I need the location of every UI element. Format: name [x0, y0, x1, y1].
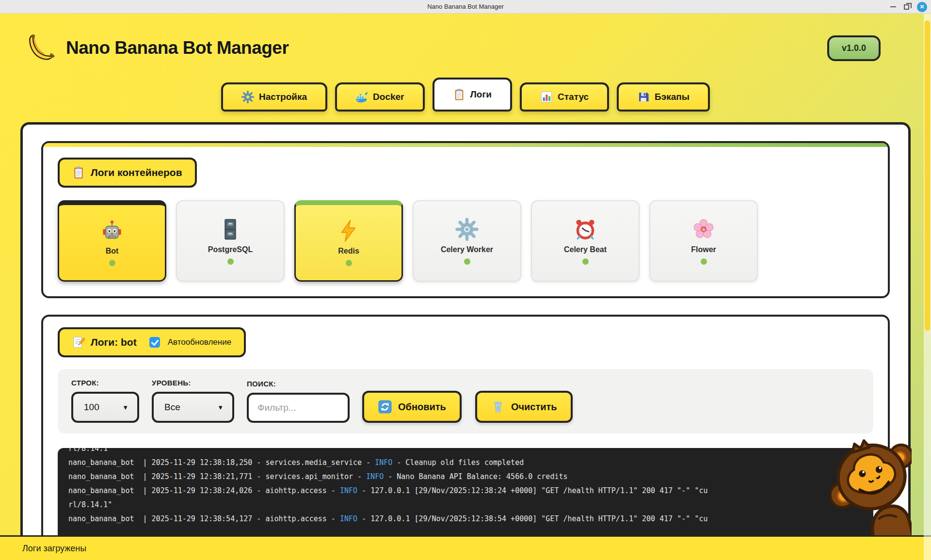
clear-button-label: Очистить: [511, 401, 557, 413]
monkey-mascot: [830, 426, 912, 539]
card-bot[interactable]: Bot: [58, 200, 166, 282]
alarm-clock-icon: [574, 218, 597, 241]
file-cabinet-icon: [219, 218, 242, 241]
log-content: rl/8.14.1"nano_banana_bot | 2025-11-29 1…: [68, 448, 863, 526]
app-window: Nano Banana Bot Manager v1.0.0 Настройка: [0, 14, 931, 560]
autorefresh-checkbox[interactable]: [149, 337, 160, 348]
accent-strip: [43, 143, 888, 147]
window-controls: ✕: [890, 0, 927, 14]
tab-settings[interactable]: Настройка: [221, 82, 327, 112]
containers-panel: Логи контейнеров: [41, 141, 890, 298]
lines-label: СТРОК:: [71, 379, 139, 387]
card-label: Bot: [106, 247, 119, 256]
tab-status[interactable]: Статус: [520, 82, 609, 112]
level-select[interactable]: Все ▼: [152, 392, 234, 423]
bar-chart-icon: [540, 91, 553, 103]
vertical-scrollbar[interactable]: [924, 14, 931, 560]
card-celery-worker[interactable]: Celery Worker: [413, 200, 521, 282]
card-celery-beat[interactable]: Celery Beat: [531, 200, 640, 282]
search-input[interactable]: [247, 393, 350, 423]
card-label: Celery Worker: [441, 245, 493, 254]
log-line: nano_banana_bot | 2025-11-29 12:38:18,25…: [68, 456, 863, 470]
app-header: Nano Banana Bot Manager v1.0.0: [0, 14, 931, 74]
lines-select-value: 100: [84, 402, 99, 413]
log-level-badge: INFO: [366, 472, 384, 481]
main-content-panel: Логи контейнеров: [20, 122, 911, 560]
card-label: Redis: [338, 247, 359, 256]
trash-icon: [491, 400, 505, 414]
status-dot: [227, 258, 234, 265]
floppy-disk-icon: [637, 91, 650, 103]
clipboard-icon: [453, 88, 466, 101]
lightning-icon: [337, 219, 360, 242]
version-badge: v1.0.0: [827, 35, 881, 61]
log-line: nano_banana_bot | 2025-11-29 12:38:24,02…: [68, 484, 863, 498]
status-dot: [464, 258, 470, 265]
search-label: ПОИСК:: [247, 380, 350, 388]
card-label: Flower: [691, 245, 716, 254]
scrollbar-thumb[interactable]: [925, 20, 930, 331]
containers-panel-title: Логи контейнеров: [58, 158, 197, 188]
lines-select[interactable]: 100 ▼: [71, 392, 139, 423]
tab-backups[interactable]: Бэкапы: [617, 82, 710, 112]
window-titlebar: Nano Banana Bot Manager ✕: [0, 0, 931, 14]
tab-label: Настройка: [259, 92, 307, 102]
status-dot: [582, 258, 589, 265]
tab-docker[interactable]: Docker: [335, 82, 424, 112]
banana-logo-icon: [23, 32, 55, 64]
autorefresh-label: Автообновление: [168, 337, 231, 347]
card-label: Celery Beat: [564, 245, 607, 254]
log-level-badge: INFO: [340, 514, 357, 523]
log-line: nano_banana_bot | 2025-11-29 12:38:54,12…: [68, 512, 863, 526]
status-dot: [109, 260, 115, 266]
card-label: PostgreSQL: [208, 245, 253, 254]
containers-panel-title-text: Логи контейнеров: [91, 167, 182, 178]
tab-label: Бэкапы: [655, 92, 690, 102]
log-line: rl/8.14.1": [68, 498, 863, 512]
refresh-button-label: Обновить: [398, 401, 446, 413]
gear-icon: [455, 218, 479, 241]
gear-icon: [241, 91, 254, 103]
log-filter-bar: СТРОК: 100 ▼ УРОВЕНЬ: Все ▼: [58, 369, 873, 433]
log-line: nano_banana_bot | 2025-11-29 12:38:21,77…: [68, 470, 863, 484]
status-dot: [701, 258, 707, 265]
log-level-badge: INFO: [375, 458, 392, 467]
logs-panel-title: Логи: bot Автообновление: [58, 327, 246, 357]
status-bar-text: Логи загружены: [22, 544, 86, 554]
chevron-down-icon: ▼: [122, 404, 128, 411]
tab-bar: Настройка Docker Логи: [0, 74, 931, 112]
tab-label: Docker: [373, 92, 404, 102]
card-flower[interactable]: Flower: [649, 200, 758, 282]
tab-label: Логи: [470, 89, 492, 100]
container-cards-row: Bot PostgreSQL: [58, 200, 873, 282]
tab-logs[interactable]: Логи: [433, 78, 513, 112]
chevron-down-icon: ▼: [217, 404, 224, 411]
card-postgresql[interactable]: PostgreSQL: [176, 200, 285, 282]
status-bar: Логи загружены: [0, 535, 931, 560]
memo-pencil-icon: [72, 336, 85, 349]
clear-button[interactable]: Очистить: [475, 391, 573, 423]
log-level-badge: INFO: [340, 486, 357, 495]
blossom-icon: [692, 218, 715, 241]
robot-icon: [100, 219, 124, 242]
log-line: rl/8.14.1": [68, 448, 863, 456]
docker-whale-icon: [355, 91, 368, 103]
logs-panel: Логи: bot Автообновление СТРОК: 100 ▼: [41, 315, 890, 560]
close-icon[interactable]: ✕: [917, 2, 927, 12]
card-redis[interactable]: Redis: [294, 200, 403, 282]
restore-icon[interactable]: [904, 4, 909, 10]
level-label: УРОВЕНЬ:: [152, 379, 234, 387]
tab-label: Статус: [558, 92, 589, 102]
clipboard-icon: [72, 166, 85, 179]
page-title: Nano Banana Bot Manager: [66, 38, 289, 58]
logs-panel-title-text: Логи: bot: [91, 336, 137, 348]
status-dot: [346, 260, 352, 266]
window-title: Nano Banana Bot Manager: [427, 3, 504, 10]
minimize-icon[interactable]: [890, 6, 896, 7]
refresh-icon: [378, 400, 392, 414]
level-select-value: Все: [164, 402, 180, 413]
refresh-button[interactable]: Обновить: [362, 391, 462, 423]
